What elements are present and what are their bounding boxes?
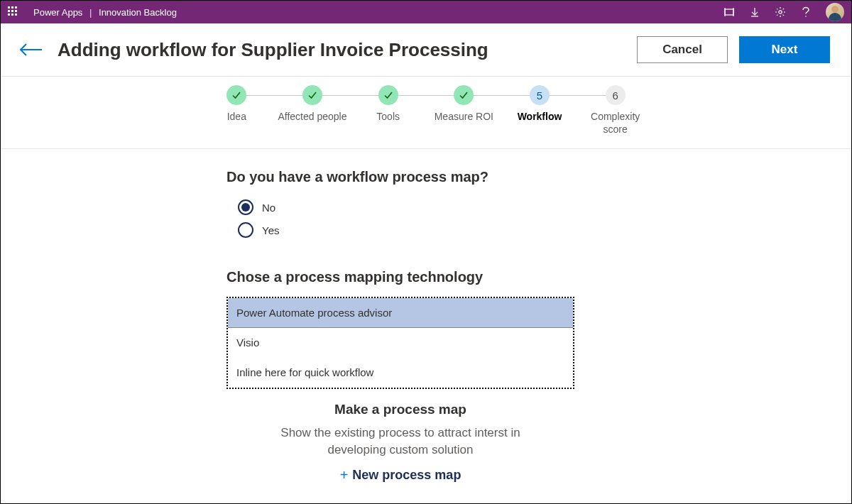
- app-title: Power Apps | Innovation Backlog: [33, 7, 177, 18]
- make-map-subtext: Show the existing process to attract int…: [226, 424, 574, 459]
- next-button[interactable]: Next: [739, 36, 830, 63]
- back-button[interactable]: [19, 43, 43, 57]
- cancel-button[interactable]: Cancel: [637, 36, 728, 63]
- gear-icon[interactable]: [775, 6, 786, 18]
- step-tools[interactable]: Tools: [350, 85, 426, 136]
- radio-icon: [238, 222, 253, 238]
- radio-label: No: [262, 202, 275, 214]
- question-tech: Chose a process mapping technology: [226, 269, 638, 285]
- fit-icon[interactable]: [723, 6, 735, 18]
- make-process-map-section: Make a process map Show the existing pro…: [226, 402, 574, 483]
- step-label: Tools: [350, 111, 426, 124]
- app-launcher-icon[interactable]: [8, 6, 19, 18]
- title-separator: |: [89, 7, 92, 18]
- check-icon: [378, 85, 398, 105]
- help-icon[interactable]: [800, 6, 812, 18]
- header-buttons: Cancel Next: [637, 36, 830, 63]
- step-label: Idea: [199, 111, 275, 124]
- step-affected-people[interactable]: Affected people: [275, 85, 351, 136]
- step-number: 5: [530, 85, 550, 105]
- avatar[interactable]: [826, 3, 844, 21]
- step-measure-roi[interactable]: Measure ROI: [426, 85, 502, 136]
- step-label: Workflow: [502, 111, 578, 124]
- step-complexity-score[interactable]: 6 Complexity score: [577, 85, 653, 136]
- step-label: Complexity score: [577, 111, 653, 136]
- step-number: 6: [606, 85, 626, 105]
- page-title: Adding workflow for Supplier Invoice Pro…: [58, 39, 488, 61]
- check-icon: [226, 85, 246, 105]
- radio-no[interactable]: No: [238, 199, 638, 215]
- radio-yes[interactable]: Yes: [238, 222, 638, 238]
- check-icon: [302, 85, 322, 105]
- page-header: Adding workflow for Supplier Invoice Pro…: [1, 23, 851, 77]
- top-bar-actions: [723, 3, 844, 21]
- technology-listbox[interactable]: Power Automate process advisor Visio Inl…: [226, 297, 574, 389]
- tech-option-process-advisor[interactable]: Power Automate process advisor: [228, 298, 573, 328]
- app-name: Innovation Backlog: [99, 7, 177, 18]
- main-content: Do you have a workflow process map? No Y…: [226, 149, 638, 483]
- radio-label: Yes: [262, 224, 279, 236]
- svg-point-5: [779, 11, 782, 13]
- product-name: Power Apps: [33, 7, 82, 18]
- tech-option-visio[interactable]: Visio: [228, 328, 573, 358]
- svg-rect-0: [725, 9, 733, 15]
- step-label: Measure ROI: [426, 111, 502, 124]
- question-has-map: Do you have a workflow process map?: [226, 169, 638, 185]
- new-process-map-button[interactable]: + New process map: [340, 467, 462, 483]
- download-icon[interactable]: [749, 6, 760, 18]
- top-bar: Power Apps | Innovation Backlog: [1, 1, 851, 23]
- make-map-heading: Make a process map: [226, 402, 574, 417]
- plus-icon: +: [340, 467, 349, 483]
- step-label: Affected people: [275, 111, 351, 124]
- tech-option-inline[interactable]: Inline here for quick workflow: [228, 358, 573, 388]
- svg-point-6: [805, 16, 807, 17]
- radio-icon: [238, 199, 253, 215]
- stepper: Idea Affected people Tools Measure ROI: [1, 77, 851, 149]
- step-workflow[interactable]: 5 Workflow: [502, 85, 578, 136]
- new-process-map-label: New process map: [352, 468, 461, 483]
- step-idea[interactable]: Idea: [199, 85, 275, 136]
- check-icon: [454, 85, 474, 105]
